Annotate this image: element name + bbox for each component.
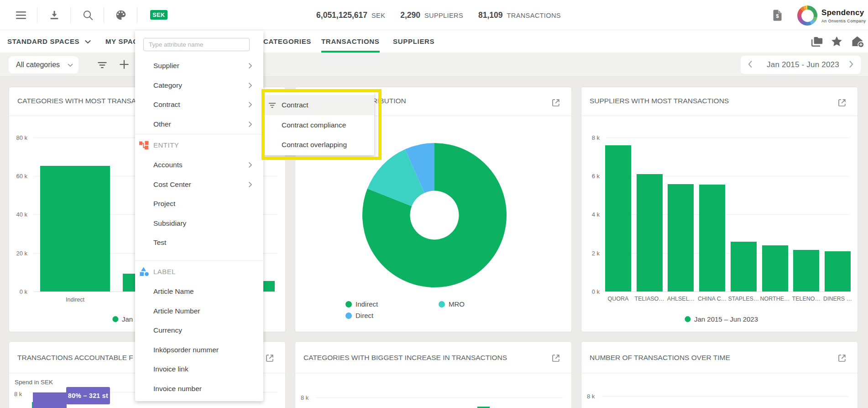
donut-legend-indirect[interactable]: Indirect xyxy=(345,300,378,308)
menu-section-label: LABEL xyxy=(153,268,176,276)
chevron-left-icon[interactable] xyxy=(748,60,753,68)
date-range-picker[interactable]: Jan 2015 - Jun 2023 xyxy=(741,56,861,74)
tab-standard-spaces[interactable]: STANDARD SPACES xyxy=(7,30,91,53)
bar-7 xyxy=(825,251,851,291)
chart-legend: Jan 2015 – Jun 2023 xyxy=(685,315,758,323)
category-filter-select[interactable]: All categories xyxy=(9,56,78,74)
menu-item-category[interactable]: Category xyxy=(135,76,263,95)
card-transactions-over-time: NUMBER OF TRANSACTIONS OVER TIME 8 k xyxy=(581,341,858,408)
chevron-right-icon xyxy=(248,162,252,168)
chevron-right-icon xyxy=(248,63,252,69)
brand-text: Spendency An Onventis Company xyxy=(821,5,866,26)
y-axis-tick: 40 k xyxy=(9,211,27,218)
search-button[interactable] xyxy=(82,0,94,30)
export-button[interactable] xyxy=(265,354,274,363)
legend-dot xyxy=(685,316,690,322)
filter-bar: All categories Jan 2015 - Jun 2023 xyxy=(0,53,868,77)
stat-transactions-label: TRANSACTIONS xyxy=(507,12,561,19)
top-bar: SEK 6,051,125,617 SEK 2,290 SUPPLIERS 81… xyxy=(0,0,868,30)
stat-spend-label: SEK xyxy=(371,12,385,19)
menu-item-invoice-link[interactable]: Invoice link xyxy=(135,360,263,379)
legend-label: Direct xyxy=(356,312,373,319)
chevron-right-icon[interactable] xyxy=(849,60,853,68)
menu-item-currency[interactable]: Currency xyxy=(135,321,263,340)
date-range-value: Jan 2015 - Jun 2023 xyxy=(767,60,839,69)
invoice-document-button[interactable]: $ xyxy=(773,0,782,30)
export-icon xyxy=(837,98,847,107)
tab-categories-label: CATEGORIES xyxy=(263,37,311,45)
attribute-menu-items: SupplierCategoryContractOtherENTITYAccou… xyxy=(135,56,263,398)
folder-copy-icon xyxy=(811,36,823,48)
divider xyxy=(70,7,71,23)
x-axis-label: AHLSEL… xyxy=(667,296,695,302)
tab-standard-spaces-label: STANDARD SPACES xyxy=(7,37,79,45)
menu-section-entity: ENTITY xyxy=(135,134,263,155)
menu-item-cost-center[interactable]: Cost Center xyxy=(135,175,263,195)
export-button[interactable] xyxy=(551,354,560,363)
y-axis-tick: 8 k xyxy=(14,391,32,397)
menu-item-label: Accounts xyxy=(153,161,183,169)
chevron-right-icon xyxy=(248,121,252,127)
gridline xyxy=(602,396,849,397)
menu-item-label: Currency xyxy=(153,326,182,334)
card-title: SUPPLIERS WITH MOST TRANSACTIONS xyxy=(590,97,729,105)
donut-legend-direct[interactable]: Direct xyxy=(345,312,373,319)
download-button[interactable] xyxy=(49,0,60,30)
menu-item-supplier[interactable]: Supplier xyxy=(135,56,263,76)
menu-item-article-number[interactable]: Article Number xyxy=(135,302,263,321)
theme-palette-button[interactable] xyxy=(115,0,127,30)
x-axis-label: STAPLES… xyxy=(728,296,759,302)
menu-item-label: Project xyxy=(153,200,175,208)
menu-section-label: LABEL xyxy=(135,261,263,282)
menu-item-article-name[interactable]: Article Name xyxy=(135,282,263,302)
menu-item-accounts[interactable]: Accounts xyxy=(135,155,263,175)
menu-item-label: Article Name xyxy=(153,287,194,296)
tab-transactions-label: TRANSACTIONS xyxy=(321,37,380,45)
bar-3 xyxy=(699,185,725,291)
submenu-item-contract-overlapping[interactable]: Contract overlapping xyxy=(265,135,374,154)
bar-1 xyxy=(637,174,663,291)
chevron-right-icon xyxy=(248,82,252,89)
chevron-right-icon xyxy=(248,181,252,188)
filter-icon xyxy=(96,58,108,70)
add-filter-button[interactable] xyxy=(118,58,130,70)
y-axis-tick: 0 k xyxy=(581,288,600,295)
submenu-item-contract-compliance[interactable]: Contract compliance xyxy=(265,115,374,135)
hamburger-menu-button[interactable] xyxy=(16,0,26,30)
menu-item-label: Invoice number xyxy=(153,385,202,393)
menu-item-ink-psorder-nummer[interactable]: Inköpsorder nummer xyxy=(135,340,263,360)
submenu-item-contract[interactable]: Contract xyxy=(265,95,374,115)
attribute-search-input[interactable] xyxy=(143,38,250,51)
menu-item-other[interactable]: Other xyxy=(135,115,263,134)
x-axis-label: Indirect xyxy=(66,297,84,303)
tab-categories[interactable]: CATEGORIES xyxy=(263,30,311,53)
stat-spend-value: 6,051,125,617 xyxy=(316,11,367,20)
menu-item-contract[interactable]: Contract xyxy=(135,95,263,115)
export-button[interactable] xyxy=(837,354,847,363)
submenu-item-label: Contract overlapping xyxy=(282,141,347,149)
donut-legend-mro[interactable]: MRO xyxy=(439,300,465,308)
divider xyxy=(581,116,858,116)
divider xyxy=(104,7,104,23)
menu-item-label: Article Number xyxy=(153,307,200,315)
bar-0 xyxy=(605,145,631,291)
tab-transactions[interactable]: TRANSACTIONS xyxy=(321,30,380,53)
menu-item-project[interactable]: Project xyxy=(135,194,263,214)
export-button[interactable] xyxy=(837,98,847,107)
stat-transactions: 81,109 TRANSACTIONS xyxy=(478,11,561,20)
filter-button[interactable] xyxy=(96,58,108,70)
export-icon xyxy=(551,354,560,363)
x-axis-label: QUORA xyxy=(608,296,629,302)
invoice-document-icon: $ xyxy=(773,10,782,21)
stat-spend: 6,051,125,617 SEK xyxy=(316,11,385,20)
card-title: TRANSACTIONS ACCOUNTABLE F xyxy=(17,354,133,362)
menu-item-test[interactable]: Test xyxy=(135,233,263,253)
tab-suppliers[interactable]: SUPPLIERS xyxy=(393,30,434,53)
hamburger-icon xyxy=(16,11,26,20)
menu-item-invoice-number[interactable]: Invoice number xyxy=(135,379,263,399)
brand-logo[interactable]: Spendency An Onventis Company xyxy=(797,5,866,26)
chevron-down-icon xyxy=(68,64,73,67)
svg-text:$: $ xyxy=(776,13,779,19)
menu-item-subsidiary[interactable]: Subsidiary xyxy=(135,214,263,233)
currency-badge[interactable]: SEK xyxy=(150,10,167,20)
